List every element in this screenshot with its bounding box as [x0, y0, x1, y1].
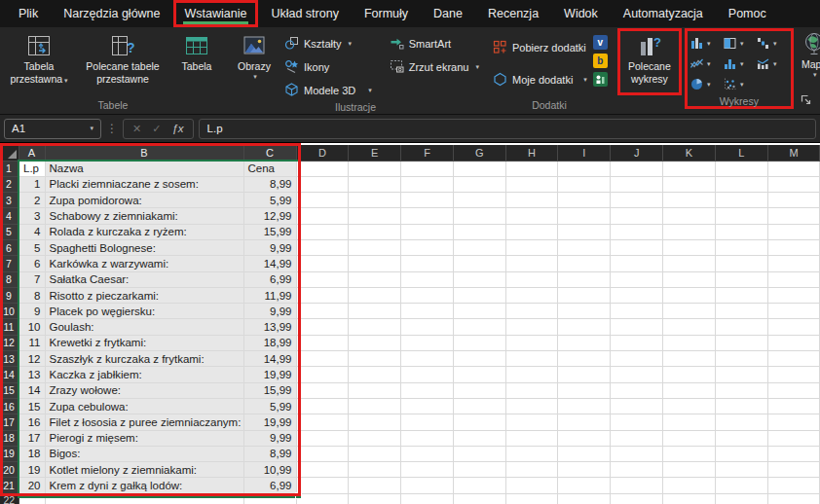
cell-J22[interactable]	[611, 493, 663, 504]
cell-J12[interactable]	[611, 335, 663, 350]
cell-L16[interactable]	[715, 398, 767, 414]
menu-tab-uk-ad-strony[interactable]: Układ strony	[258, 0, 351, 27]
cell-F16[interactable]	[401, 398, 454, 414]
cell-G10[interactable]	[453, 304, 505, 319]
formula-input[interactable]: L.p	[199, 119, 816, 139]
cell-L3[interactable]	[715, 193, 767, 208]
menu-tab-wstawianie[interactable]: Wstawianie	[173, 0, 259, 27]
cell-J9[interactable]	[611, 287, 663, 303]
cell-D15[interactable]	[296, 382, 349, 398]
cell-A10[interactable]: 9	[19, 304, 45, 319]
cell-F3[interactable]	[401, 193, 454, 208]
cell-D8[interactable]	[296, 271, 349, 287]
cell-I16[interactable]	[558, 398, 611, 414]
row-header-22[interactable]: 22	[0, 493, 19, 504]
cell-F22[interactable]	[401, 493, 454, 504]
cell-A18[interactable]: 17	[19, 430, 45, 446]
cell-C10[interactable]: 9,99	[243, 304, 296, 319]
confirm-icon[interactable]: ✓	[152, 123, 161, 135]
cell-B17[interactable]: Filet z łososia z puree ziemniaczanym:	[45, 414, 243, 430]
cell-A4[interactable]: 3	[19, 208, 45, 224]
cell-K15[interactable]	[663, 382, 716, 398]
cell-K21[interactable]	[663, 478, 716, 493]
cell-J16[interactable]	[611, 398, 663, 414]
cell-E14[interactable]	[349, 367, 401, 382]
cell-A5[interactable]: 4	[19, 224, 45, 239]
column-header-C[interactable]: C	[243, 145, 296, 161]
menu-tab-recenzja[interactable]: Recenzja	[475, 0, 551, 27]
cell-G22[interactable]	[453, 493, 505, 504]
column-header-M[interactable]: M	[767, 145, 820, 161]
cell-I4[interactable]	[558, 208, 611, 224]
cell-H4[interactable]	[505, 208, 558, 224]
cell-I18[interactable]	[558, 430, 611, 446]
cell-C1[interactable]: Cena	[243, 161, 296, 176]
cell-L11[interactable]	[715, 319, 767, 335]
cell-G1[interactable]	[453, 161, 505, 176]
cell-L22[interactable]	[715, 493, 767, 504]
people-graph-addin-tile[interactable]	[593, 72, 608, 87]
cell-E20[interactable]	[349, 462, 401, 478]
cell-E18[interactable]	[349, 430, 401, 446]
column-header-K[interactable]: K	[663, 145, 716, 161]
cell-L1[interactable]	[715, 161, 767, 176]
cell-L8[interactable]	[715, 271, 767, 287]
cell-G18[interactable]	[453, 430, 505, 446]
cell-G6[interactable]	[453, 239, 505, 255]
table-button[interactable]: Tabela	[171, 29, 222, 74]
cell-E11[interactable]	[349, 319, 401, 335]
cell-J2[interactable]	[611, 176, 663, 192]
cell-I22[interactable]	[558, 493, 611, 504]
cell-M6[interactable]	[767, 239, 820, 255]
cell-M5[interactable]	[767, 224, 820, 239]
cell-K20[interactable]	[663, 462, 716, 478]
cell-C15[interactable]: 15,99	[243, 382, 296, 398]
cell-F17[interactable]	[401, 414, 454, 430]
histogram-chart-button[interactable]: ▾	[724, 54, 757, 74]
cell-H13[interactable]	[505, 351, 558, 367]
cell-L14[interactable]	[715, 367, 767, 382]
my-addins-button[interactable]: Moje dodatki ▾	[489, 69, 591, 90]
cell-A1[interactable]: L.p	[19, 161, 45, 176]
models-3d-button[interactable]: Modele 3D ▾	[280, 80, 376, 100]
cell-H11[interactable]	[505, 319, 558, 335]
cell-I13[interactable]	[558, 351, 611, 367]
cell-K5[interactable]	[663, 224, 716, 239]
cell-J19[interactable]	[611, 446, 663, 461]
row-header-6[interactable]: 6	[0, 239, 19, 255]
cell-M11[interactable]	[767, 319, 820, 335]
row-header-21[interactable]: 21	[0, 478, 19, 493]
bing-maps-addin-tile[interactable]: b	[593, 54, 608, 68]
row-header-5[interactable]: 5	[0, 224, 19, 239]
cell-H10[interactable]	[505, 304, 558, 319]
cell-B6[interactable]: Spaghetti Bolognese:	[45, 239, 243, 255]
cell-E8[interactable]	[349, 271, 401, 287]
row-header-9[interactable]: 9	[0, 287, 19, 303]
waterfall-chart-button[interactable]: ▾	[757, 33, 790, 54]
cell-E6[interactable]	[349, 239, 401, 255]
cell-D4[interactable]	[296, 208, 349, 224]
cell-F11[interactable]	[401, 319, 454, 335]
cell-I5[interactable]	[558, 224, 611, 239]
cell-B1[interactable]: Nazwa	[45, 161, 243, 176]
cell-M16[interactable]	[767, 398, 820, 414]
cell-E19[interactable]	[349, 446, 401, 461]
cell-I17[interactable]	[558, 414, 611, 430]
cell-C21[interactable]: 6,99	[243, 478, 296, 493]
cell-C17[interactable]: 19,99	[243, 414, 296, 430]
cell-I6[interactable]	[558, 239, 611, 255]
cell-I1[interactable]	[558, 161, 611, 176]
menu-tab-narz-dzia-g-wne[interactable]: Narzędzia główne	[51, 0, 172, 27]
cell-J14[interactable]	[611, 367, 663, 382]
cell-L19[interactable]	[715, 446, 767, 461]
cell-L20[interactable]	[715, 462, 767, 478]
cell-C13[interactable]: 14,99	[243, 351, 296, 367]
cell-K4[interactable]	[663, 208, 716, 224]
cell-H14[interactable]	[505, 367, 558, 382]
cell-D22[interactable]	[296, 493, 349, 504]
cell-C2[interactable]: 8,99	[243, 176, 296, 192]
cell-C6[interactable]: 9,99	[243, 239, 296, 255]
name-box[interactable]: A1 ▾	[4, 119, 101, 139]
cell-M15[interactable]	[767, 382, 820, 398]
images-button[interactable]: Obrazy ▾	[228, 29, 280, 82]
